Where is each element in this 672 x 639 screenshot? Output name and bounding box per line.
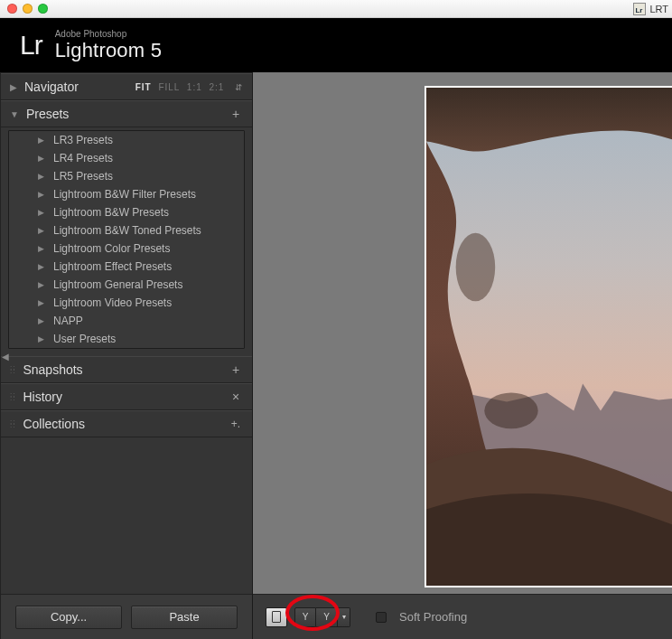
panel-collapse-handle[interactable]: ◀ — [0, 348, 11, 364]
dotted-handle-icon: :::: — [10, 393, 15, 400]
svg-point-1 — [456, 233, 496, 301]
zoom-1-1[interactable]: 1:1 — [187, 82, 202, 92]
disclosure-icon — [38, 172, 44, 181]
preset-folder-label: Lightroom B&W Filter Presets — [53, 188, 196, 201]
preset-folder[interactable]: Lightroom B&W Presets — [9, 203, 244, 221]
photo-preview[interactable] — [425, 86, 672, 587]
zoom-window-button[interactable] — [38, 4, 48, 14]
disclosure-icon — [38, 136, 44, 145]
history-header[interactable]: :::: History × — [1, 383, 252, 410]
disclosure-icon — [38, 280, 44, 289]
disclosure-icon — [38, 316, 44, 325]
snapshots-label: Snapshots — [23, 362, 229, 377]
compare-after-button[interactable]: Y — [316, 607, 338, 627]
preset-folder-label: Lightroom Color Presets — [53, 242, 170, 255]
preset-folder[interactable]: NAPP — [9, 312, 244, 330]
preset-folder[interactable]: Lightroom Video Presets — [9, 294, 244, 312]
disclosure-icon — [38, 244, 44, 253]
disclosure-icon — [10, 82, 17, 92]
add-snapshot-button[interactable]: + — [229, 362, 243, 377]
disclosure-icon — [38, 262, 44, 271]
soft-proofing-label: Soft Proofing — [399, 610, 467, 624]
preset-folder-label: Lightroom B&W Presets — [53, 206, 169, 219]
disclosure-icon — [38, 334, 44, 343]
panel-filler — [1, 437, 252, 594]
lr-file-icon — [633, 3, 646, 15]
lrt-tag: LRT — [630, 0, 672, 18]
dotted-handle-icon: :::: — [10, 366, 15, 373]
image-canvas[interactable] — [253, 72, 672, 594]
preset-folder[interactable]: Lightroom B&W Toned Presets — [9, 221, 244, 240]
snapshots-header[interactable]: :::: Snapshots + — [1, 356, 252, 383]
left-panel: Navigator FIT FILL 1:1 2:1 ⇵ Presets + L… — [0, 72, 253, 639]
disclosure-icon — [38, 298, 44, 307]
preset-folder[interactable]: Lightroom Color Presets — [9, 240, 244, 258]
disclosure-icon — [38, 226, 44, 235]
lrt-text: LRT — [649, 4, 668, 14]
presets-header[interactable]: Presets + — [1, 100, 252, 127]
zoom-fit[interactable]: FIT — [135, 82, 152, 92]
preset-folder[interactable]: User Presets — [9, 330, 244, 348]
preset-folder-label: NAPP — [53, 315, 83, 327]
copy-button[interactable]: Copy... — [15, 606, 122, 629]
preset-folder-label: LR4 Presets — [53, 152, 113, 164]
main-area: Y Y ▾ Soft Proofing — [253, 72, 672, 639]
compare-dropdown-button[interactable]: ▾ — [338, 607, 350, 627]
minimize-window-button[interactable] — [23, 4, 33, 14]
preset-folder[interactable]: Lightroom Effect Presets — [9, 258, 244, 276]
window-titlebar: LRT — [0, 0, 672, 18]
presets-body: LR3 PresetsLR4 PresetsLR5 PresetsLightro… — [1, 127, 252, 356]
brand-sup: Adobe Photoshop — [55, 29, 162, 39]
traffic-lights — [7, 4, 48, 14]
history-label: History — [23, 390, 229, 404]
presets-list: LR3 PresetsLR4 PresetsLR5 PresetsLightro… — [8, 130, 245, 349]
preset-folder-label: LR3 Presets — [53, 134, 113, 146]
compare-before-button[interactable]: Y — [294, 607, 316, 627]
preset-folder-label: User Presets — [53, 333, 116, 345]
preset-folder-label: Lightroom B&W Toned Presets — [53, 224, 201, 237]
disclosure-icon — [10, 109, 19, 119]
clear-history-button[interactable]: × — [229, 390, 243, 404]
add-preset-button[interactable]: + — [229, 107, 243, 121]
close-window-button[interactable] — [7, 4, 17, 14]
svg-point-2 — [484, 393, 537, 429]
navigator-label: Navigator — [24, 80, 132, 94]
navigator-header[interactable]: Navigator FIT FILL 1:1 2:1 ⇵ — [1, 73, 252, 100]
zoom-stepper-icon[interactable]: ⇵ — [231, 82, 243, 92]
paste-button[interactable]: Paste — [131, 606, 238, 629]
preset-folder-label: Lightroom General Presets — [53, 278, 182, 291]
disclosure-icon — [38, 208, 44, 217]
preset-folder[interactable]: Lightroom B&W Filter Presets — [9, 185, 244, 203]
collections-label: Collections — [23, 417, 229, 431]
loupe-view-button[interactable] — [266, 607, 287, 627]
view-mode-group — [266, 607, 287, 627]
zoom-fill[interactable]: FILL — [158, 82, 180, 92]
navigator-zoom-options[interactable]: FIT FILL 1:1 2:1 ⇵ — [132, 82, 243, 92]
presets-label: Presets — [26, 107, 229, 121]
preset-folder-label: Lightroom Effect Presets — [53, 260, 172, 273]
left-bottom-bar: Copy... Paste — [1, 594, 252, 639]
brand-main: Lightroom 5 — [55, 39, 162, 62]
preset-folder-label: LR5 Presets — [53, 170, 113, 183]
zoom-2-1[interactable]: 2:1 — [210, 82, 225, 92]
lr-logo: Lr — [20, 30, 42, 61]
soft-proofing-checkbox[interactable] — [376, 612, 387, 623]
preset-folder[interactable]: LR3 Presets — [9, 131, 244, 149]
compare-view-group: Y Y ▾ — [294, 607, 350, 627]
bottom-toolbar: Y Y ▾ Soft Proofing — [253, 594, 672, 639]
preset-folder[interactable]: Lightroom General Presets — [9, 276, 244, 294]
disclosure-icon — [38, 190, 44, 199]
dotted-handle-icon: :::: — [10, 420, 15, 428]
add-collection-button[interactable]: +. — [229, 418, 243, 430]
collections-header[interactable]: :::: Collections +. — [1, 410, 252, 437]
preset-folder[interactable]: LR4 Presets — [9, 149, 244, 167]
preset-folder-label: Lightroom Video Presets — [53, 296, 172, 309]
preset-folder[interactable]: LR5 Presets — [9, 167, 244, 185]
branding-bar: Lr Adobe Photoshop Lightroom 5 — [0, 18, 672, 72]
disclosure-icon — [38, 154, 44, 163]
